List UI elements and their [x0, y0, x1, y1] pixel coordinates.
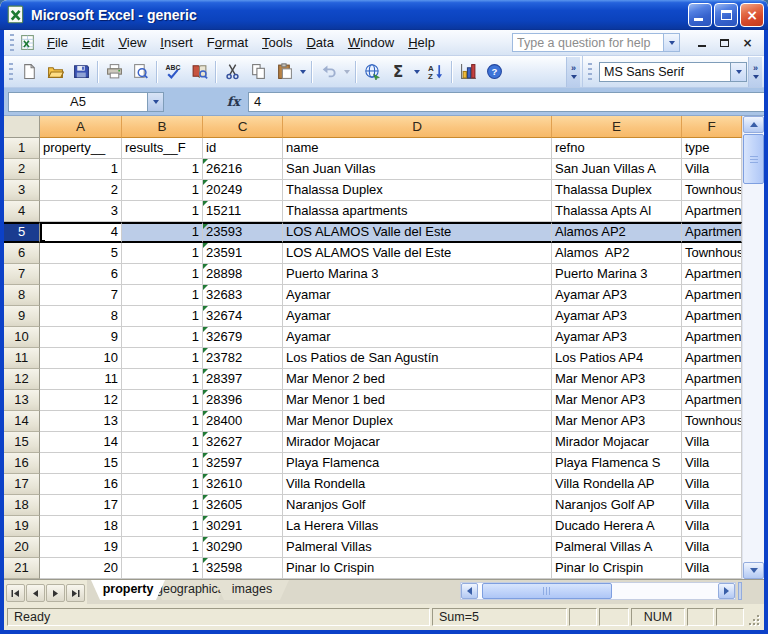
tab-split-handle[interactable] [738, 582, 742, 600]
cell-B4[interactable]: 1 [122, 201, 203, 222]
cell-F7[interactable]: Apartment [682, 264, 742, 285]
cell-E17[interactable]: Villa Rondella AP [552, 474, 682, 495]
chart-wizard-button[interactable] [456, 60, 480, 84]
column-header-D[interactable]: D [283, 116, 552, 138]
column-header-F[interactable]: F [682, 116, 742, 138]
menu-window[interactable]: Window [341, 32, 401, 53]
cell-C2[interactable]: 26216 [203, 159, 283, 180]
undo-dropdown-button[interactable] [341, 60, 352, 84]
new-workbook-button[interactable] [17, 60, 41, 84]
cell-B19[interactable]: 1 [122, 516, 203, 537]
cell-B17[interactable]: 1 [122, 474, 203, 495]
close-button[interactable]: × [740, 3, 764, 27]
row-header-5[interactable]: 5 [4, 222, 40, 243]
cell-D4[interactable]: Thalassa apartments [283, 201, 552, 222]
paste-dropdown-button[interactable] [297, 60, 308, 84]
autosum-dropdown-button[interactable] [411, 60, 422, 84]
open-button[interactable] [43, 60, 67, 84]
row-header-9[interactable]: 9 [4, 306, 40, 327]
cell-E13[interactable]: Mar Menor AP3 [552, 390, 682, 411]
row-header-10[interactable]: 10 [4, 327, 40, 348]
cell-F13[interactable]: Apartment [682, 390, 742, 411]
cell-D7[interactable]: Puerto Marina 3 [283, 264, 552, 285]
cell-A4[interactable]: 3 [40, 201, 122, 222]
cell-D20[interactable]: Palmeral Villas [283, 537, 552, 558]
toolbar-options-button[interactable]: » [566, 57, 580, 87]
cell-C12[interactable]: 28397 [203, 369, 283, 390]
paste-button[interactable] [272, 60, 296, 84]
cell-F10[interactable]: Apartment [682, 327, 742, 348]
cell-F17[interactable]: Villa [682, 474, 742, 495]
cell-B8[interactable]: 1 [122, 285, 203, 306]
row-header-3[interactable]: 3 [4, 180, 40, 201]
cell-F20[interactable]: Villa [682, 537, 742, 558]
cell-A21[interactable]: 20 [40, 558, 122, 579]
cell-A15[interactable]: 14 [40, 432, 122, 453]
cell-A14[interactable]: 13 [40, 411, 122, 432]
h-scroll-right-button[interactable] [718, 583, 735, 599]
cell-A12[interactable]: 11 [40, 369, 122, 390]
cell-B1[interactable]: results__F [122, 138, 203, 159]
cell-B11[interactable]: 1 [122, 348, 203, 369]
cell-F18[interactable]: Villa [682, 495, 742, 516]
cell-C7[interactable]: 28898 [203, 264, 283, 285]
next-sheet-button[interactable] [46, 584, 65, 602]
cell-D3[interactable]: Thalassa Duplex [283, 180, 552, 201]
cell-E7[interactable]: Puerto Marina 3 [552, 264, 682, 285]
cell-D5[interactable]: LOS ALAMOS Valle del Este [283, 222, 552, 243]
font-name-value[interactable]: MS Sans Serif [599, 62, 730, 82]
cell-A1[interactable]: property__ [40, 138, 122, 159]
h-scroll-left-button[interactable] [461, 583, 478, 599]
cell-C21[interactable]: 32598 [203, 558, 283, 579]
sheet-tab-property[interactable]: property [91, 580, 165, 600]
cell-B5[interactable]: 1 [122, 222, 203, 243]
cell-A9[interactable]: 8 [40, 306, 122, 327]
cell-F21[interactable]: Villa [682, 558, 742, 579]
cell-C17[interactable]: 32610 [203, 474, 283, 495]
cell-C10[interactable]: 32679 [203, 327, 283, 348]
cell-D14[interactable]: Mar Menor Duplex [283, 411, 552, 432]
row-header-2[interactable]: 2 [4, 159, 40, 180]
undo-button[interactable] [316, 60, 340, 84]
cell-B18[interactable]: 1 [122, 495, 203, 516]
cell-E8[interactable]: Ayamar AP3 [552, 285, 682, 306]
cell-B14[interactable]: 1 [122, 411, 203, 432]
cell-D21[interactable]: Pinar lo Crispin [283, 558, 552, 579]
menu-help[interactable]: Help [401, 32, 442, 53]
cell-D11[interactable]: Los Patios de San Agustín [283, 348, 552, 369]
cell-A8[interactable]: 7 [40, 285, 122, 306]
sheet-tab-images[interactable]: images [215, 580, 289, 600]
cell-C9[interactable]: 32674 [203, 306, 283, 327]
row-header-17[interactable]: 17 [4, 474, 40, 495]
menu-edit[interactable]: Edit [75, 32, 111, 53]
cell-E10[interactable]: Ayamar AP3 [552, 327, 682, 348]
cell-F11[interactable]: Apartment [682, 348, 742, 369]
cell-C18[interactable]: 32605 [203, 495, 283, 516]
cell-C3[interactable]: 20249 [203, 180, 283, 201]
cell-F16[interactable]: Villa [682, 453, 742, 474]
cell-C11[interactable]: 23782 [203, 348, 283, 369]
v-scroll-track[interactable] [743, 184, 764, 562]
sort-ascending-button[interactable]: AZ [423, 60, 447, 84]
help-dropdown-button[interactable] [664, 33, 680, 52]
cell-D6[interactable]: LOS ALAMOS Valle del Este [283, 243, 552, 264]
print-preview-button[interactable] [128, 60, 152, 84]
cell-F1[interactable]: type [682, 138, 742, 159]
cell-C5[interactable]: 23593 [203, 222, 283, 243]
cell-A5[interactable]: 4 [40, 222, 122, 243]
name-box-dropdown-button[interactable] [148, 92, 164, 112]
cell-B7[interactable]: 1 [122, 264, 203, 285]
column-header-A[interactable]: A [40, 116, 122, 138]
help-button[interactable]: ? [482, 60, 506, 84]
cell-D1[interactable]: name [283, 138, 552, 159]
cell-C16[interactable]: 32597 [203, 453, 283, 474]
cell-E14[interactable]: Mar Menor AP3 [552, 411, 682, 432]
row-header-12[interactable]: 12 [4, 369, 40, 390]
insert-hyperlink-button[interactable] [360, 60, 384, 84]
toolbar-grip-handle[interactable] [588, 63, 592, 81]
cell-F14[interactable]: Townhouse [682, 411, 742, 432]
cell-E18[interactable]: Naranjos Golf AP [552, 495, 682, 516]
cell-E2[interactable]: San Juan Villas A [552, 159, 682, 180]
column-header-B[interactable]: B [122, 116, 203, 138]
menu-tools[interactable]: Tools [255, 32, 299, 53]
